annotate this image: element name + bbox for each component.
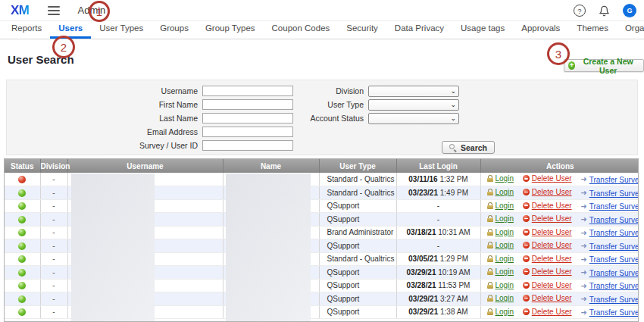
- last-login-cell: 03/23/21 1:49 PM: [396, 186, 480, 200]
- login-action[interactable]: Login: [487, 202, 514, 210]
- account-status-select[interactable]: ⌄: [368, 113, 459, 124]
- login-action[interactable]: Login: [487, 255, 514, 263]
- division-cell: -: [40, 239, 67, 253]
- transfer-surveys-action[interactable]: Transfer Surveys: [580, 229, 639, 237]
- nav-tab-reports[interactable]: Reports: [11, 21, 50, 39]
- chevron-down-icon: ⌄: [450, 114, 456, 122]
- actions-cell: Login Delete User Transfer Surveys Trans…: [480, 305, 639, 319]
- last-login-cell: 03/29/21 10:19 AM: [396, 266, 480, 280]
- user-search-form: Username First Name Last Name Email Addr…: [6, 80, 638, 155]
- delete-user-action[interactable]: Delete User: [523, 174, 572, 183]
- user-type-select[interactable]: ⌄: [368, 99, 459, 111]
- delete-user-action[interactable]: Delete User: [523, 202, 572, 210]
- delete-icon: [523, 242, 530, 249]
- table-header-row: StatusDivisionUsernameNameUser TypeLast …: [5, 159, 639, 173]
- actions-cell: Login Delete User Transfer Surveys Trans…: [480, 266, 639, 280]
- delete-user-action[interactable]: Delete User: [523, 294, 572, 302]
- form-field-row: Division ⌄: [234, 84, 459, 98]
- delete-icon: [523, 229, 530, 236]
- plus-icon: +: [568, 61, 575, 70]
- lock-icon: [487, 282, 493, 289]
- nav-tab-user-types[interactable]: User Types: [91, 21, 152, 39]
- division-cell: -: [40, 292, 67, 306]
- notifications-bell-icon[interactable]: [599, 5, 610, 17]
- nav-tab-users[interactable]: Users: [50, 21, 91, 39]
- user-type-cell: QSupport: [319, 266, 396, 280]
- delete-icon: [523, 202, 530, 209]
- user-avatar[interactable]: G: [623, 4, 636, 17]
- transfer-surveys-action[interactable]: Transfer Surveys: [580, 242, 639, 251]
- delete-user-action[interactable]: Delete User: [523, 241, 572, 249]
- status-icon: [18, 176, 26, 183]
- nav-tab-coupon-codes[interactable]: Coupon Codes: [264, 21, 339, 39]
- column-header-username: Username: [67, 159, 223, 173]
- nav-tab-groups[interactable]: Groups: [152, 21, 197, 39]
- search-button[interactable]: Search: [442, 141, 495, 154]
- delete-user-action[interactable]: Delete User: [523, 267, 572, 276]
- actions-cell: Login Delete User Transfer Surveys Trans…: [480, 239, 639, 253]
- lock-icon: [487, 229, 493, 236]
- create-new-user-button[interactable]: + Create a New User: [564, 59, 644, 72]
- arrow-right-icon: [580, 176, 586, 183]
- delete-user-action[interactable]: Delete User: [523, 281, 572, 289]
- delete-user-action[interactable]: Delete User: [523, 228, 572, 236]
- transfer-surveys-action[interactable]: Transfer Surveys: [580, 269, 639, 277]
- login-action[interactable]: Login: [487, 188, 514, 196]
- status-icon: [18, 216, 26, 224]
- transfer-surveys-action[interactable]: Transfer Surveys: [580, 202, 639, 211]
- last-login-cell: 03/29/21 1:38 AM: [396, 305, 480, 319]
- field-label: Account Status: [234, 114, 368, 123]
- login-action[interactable]: Login: [487, 174, 514, 183]
- actions-cell: Login Delete User Transfer Surveys Trans…: [480, 213, 639, 227]
- hamburger-menu-icon[interactable]: [48, 6, 60, 15]
- user-type-cell: QSupport: [319, 213, 396, 227]
- transfer-surveys-action[interactable]: Transfer Surveys: [580, 176, 639, 184]
- transfer-surveys-action[interactable]: Transfer Surveys: [580, 255, 639, 264]
- form-field-row: Email Address: [7, 125, 293, 139]
- nav-tab-data-privacy[interactable]: Data Privacy: [386, 21, 452, 39]
- transfer-surveys-action[interactable]: Transfer Surveys: [580, 189, 639, 198]
- status-icon: [18, 255, 26, 263]
- delete-user-action[interactable]: Delete User: [523, 308, 572, 316]
- nav-tab-group-types[interactable]: Group Types: [197, 21, 264, 39]
- help-icon[interactable]: ?: [574, 5, 586, 17]
- transfer-surveys-action[interactable]: Transfer Surveys: [580, 295, 639, 304]
- user-type-cell: Standard - Qualtrics: [319, 186, 396, 200]
- user-type-cell: Standard - Qualtrics: [319, 173, 396, 186]
- user-type-cell: QSupport: [319, 292, 396, 306]
- last-login-cell: 03/18/21 10:31 AM: [396, 226, 480, 239]
- division-select[interactable]: ⌄: [368, 86, 459, 97]
- delete-icon: [523, 215, 530, 222]
- delete-user-action[interactable]: Delete User: [523, 255, 572, 263]
- search-button-label: Search: [461, 143, 487, 152]
- transfer-surveys-action[interactable]: Transfer Surveys: [580, 282, 639, 290]
- login-action[interactable]: Login: [487, 214, 514, 223]
- login-action[interactable]: Login: [487, 228, 514, 236]
- nav-tab-themes[interactable]: Themes: [568, 21, 617, 39]
- arrow-right-icon: [580, 295, 586, 303]
- field-label: Username: [7, 86, 202, 95]
- lock-icon: [487, 215, 493, 222]
- delete-icon: [523, 282, 530, 289]
- nav-tab-security[interactable]: Security: [338, 21, 386, 39]
- annotation-step-3: 3: [547, 42, 570, 65]
- column-header-actions: Actions: [480, 159, 639, 173]
- nav-tab-approvals[interactable]: Approvals: [513, 21, 568, 39]
- last-login-cell: 03/05/21 1:29 PM: [396, 252, 480, 266]
- arrow-right-icon: [580, 230, 586, 237]
- form-field-row: User Type ⌄: [234, 98, 459, 111]
- survey-user-id-input[interactable]: [202, 140, 293, 151]
- transfer-surveys-action[interactable]: Transfer Surveys: [580, 308, 639, 317]
- email-address-input[interactable]: [202, 127, 293, 137]
- transfer-surveys-action[interactable]: Transfer Surveys: [580, 216, 639, 224]
- login-action[interactable]: Login: [487, 241, 514, 249]
- nav-tab-usage-tags[interactable]: Usage tags: [452, 21, 513, 39]
- login-action[interactable]: Login: [487, 281, 514, 289]
- login-action[interactable]: Login: [487, 294, 514, 302]
- arrow-right-icon: [580, 269, 586, 277]
- delete-user-action[interactable]: Delete User: [523, 214, 572, 223]
- delete-user-action[interactable]: Delete User: [523, 188, 572, 196]
- nav-tab-organization-settings[interactable]: Organization Settings: [617, 21, 644, 39]
- login-action[interactable]: Login: [487, 308, 514, 316]
- login-action[interactable]: Login: [487, 267, 514, 276]
